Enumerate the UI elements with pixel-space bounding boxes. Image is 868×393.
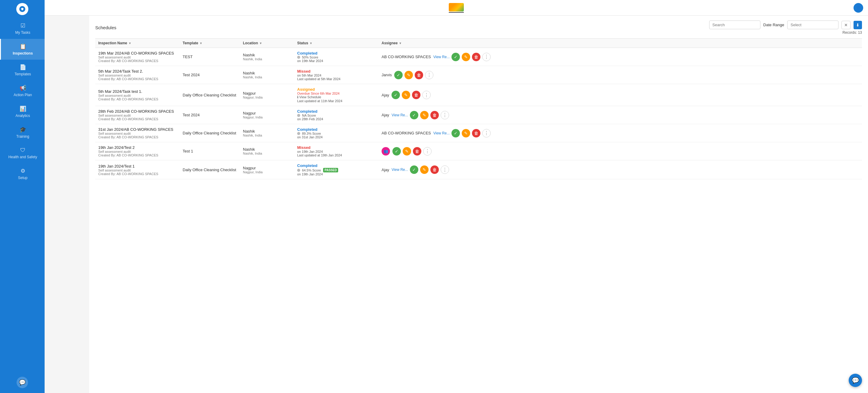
clear-button[interactable]: ✕ <box>841 21 850 29</box>
more-options-button[interactable]: ⋮ <box>441 111 449 119</box>
sidebar: ☑ My Tasks 📋 Inspections 📄 Templates 📢 A… <box>0 0 44 393</box>
edit-button[interactable]: ✎ <box>404 71 413 79</box>
delete-button[interactable]: 🗑 <box>430 165 439 174</box>
cell-actions: View Re... ✓ ✎ 🗑 ⋮ <box>433 53 491 61</box>
more-options-button[interactable]: ⋮ <box>441 165 449 174</box>
status-date: on 5th Mar 2024 <box>297 73 381 77</box>
status-score: 50% Score <box>297 56 381 59</box>
page-title: Schedules <box>95 25 116 30</box>
sidebar-item-health-safety[interactable]: 🛡 Health and Safety <box>0 143 44 163</box>
table-row: 31st Jan 2024/AB CO-WORKING SPACES Self … <box>95 124 862 142</box>
assign-button[interactable]: ✓ <box>410 111 418 119</box>
delete-button[interactable]: 🗑 <box>472 129 480 138</box>
delete-button[interactable]: 🗑 <box>472 53 480 61</box>
sidebar-item-setup[interactable]: ⚙ Setup <box>0 163 44 184</box>
cell-assignee: 👥 ✓ ✎ 🗑 ⋮ <box>381 147 859 155</box>
th-status[interactable]: Status ▼ <box>297 41 381 45</box>
more-options-button[interactable]: ⋮ <box>423 147 432 155</box>
cell-template: TEST <box>183 55 243 59</box>
table-row: 19th Jan 2024/Test 2 Self assessment aud… <box>95 142 862 160</box>
delete-button[interactable]: 🗑 <box>412 91 421 99</box>
cell-inspection-name: 19th Jan 2024/Test 2 Self assessment aud… <box>98 145 183 157</box>
sidebar-item-templates[interactable]: 📄 Templates <box>0 60 44 81</box>
view-report-link[interactable]: View Re... <box>392 113 408 117</box>
cell-template: Daily Office Cleaning Checklist <box>183 168 243 172</box>
chat-button[interactable]: 💬 <box>17 377 28 388</box>
status-date: on 28th Feb 2024 <box>297 117 381 121</box>
inspection-created-by: Created By: AB CO-WORKING SPACES <box>98 135 183 139</box>
edit-button[interactable]: ✎ <box>420 111 429 119</box>
th-template[interactable]: Template ▼ <box>183 41 243 45</box>
cell-template: Test 2024 <box>183 72 243 77</box>
inspection-main-name: 19th Jan 2024/Test 2 <box>98 145 183 150</box>
assign-button[interactable]: ✓ <box>410 165 418 174</box>
sidebar-item-analytics[interactable]: 📊 Analytics <box>0 101 44 122</box>
edit-button[interactable]: ✎ <box>420 165 429 174</box>
view-schedule-link[interactable]: ℹ View Schedule <box>297 95 381 99</box>
cell-inspection-name: 19th Jan 2024/Test 1 Self assessment aud… <box>98 164 183 176</box>
cell-status: Missedon 5th Mar 2024Last updated at 5th… <box>297 69 381 81</box>
inspection-created-by: Created By: AB CO-WORKING SPACES <box>98 77 183 81</box>
cell-actions: ✓ ✎ 🗑 ⋮ <box>393 147 432 155</box>
edit-button[interactable]: ✎ <box>462 129 470 138</box>
download-button[interactable]: ⬇ <box>854 21 862 29</box>
topbar: 👤 <box>44 0 868 16</box>
status-updated: Last updated at 11th Mar 2024 <box>297 99 381 103</box>
cell-assignee: Ajay View Re... ✓ ✎ 🗑 ⋮ <box>381 165 859 174</box>
delete-button[interactable]: 🗑 <box>430 111 439 119</box>
assign-button[interactable]: ✓ <box>392 91 400 99</box>
table-row: 5th Mar 2024/Task test 1. Self assessmen… <box>95 84 862 106</box>
edit-button[interactable]: ✎ <box>462 53 470 61</box>
assign-button[interactable]: ✓ <box>452 53 460 61</box>
view-report-link[interactable]: View Re... <box>433 131 450 135</box>
assignee-name: Ajay <box>381 93 389 97</box>
delete-button[interactable]: 🗑 <box>413 147 421 155</box>
th-location[interactable]: Location ▼ <box>243 41 297 45</box>
inspection-created-by: Created By: AB CO-WORKING SPACES <box>98 59 183 63</box>
controls-right: Date Range ✕ ⬇ <box>709 21 862 29</box>
cell-location: Nashik Nashik, India <box>243 71 297 79</box>
sidebar-item-inspections[interactable]: 📋 Inspections <box>0 39 44 60</box>
cell-template: Daily Office Cleaning Checklist <box>183 131 243 135</box>
more-options-button[interactable]: ⋮ <box>425 71 433 79</box>
assign-button[interactable]: ✓ <box>452 129 460 138</box>
sort-arrow-status: ▼ <box>310 41 313 45</box>
status-overdue: Overdue Since 6th Mar 2024 <box>297 92 381 95</box>
status-score: NA Score <box>297 114 381 117</box>
assign-button[interactable]: ✓ <box>393 147 401 155</box>
th-inspection-name[interactable]: Inspection Name ▼ <box>98 41 183 45</box>
table-row: 19th Mar 2024/AB CO-WORKING SPACES Self … <box>95 48 862 66</box>
sidebar-item-action-plan[interactable]: 📢 Action Plan <box>0 81 44 101</box>
assign-button[interactable]: ✓ <box>394 71 403 79</box>
table-row: 19th Jan 2024/Test 1 Self assessment aud… <box>95 160 862 179</box>
sidebar-item-training[interactable]: 🎓 Training <box>0 122 44 143</box>
chat-fab-button[interactable]: 💬 <box>849 374 862 387</box>
edit-button[interactable]: ✎ <box>402 91 410 99</box>
inspection-created-by: Created By: AB CO-WORKING SPACES <box>98 153 183 157</box>
date-range-label: Date Range <box>764 23 784 27</box>
cell-assignee: Jarvis ✓ ✎ 🗑 ⋮ <box>381 71 859 79</box>
user-avatar[interactable]: 👤 <box>854 3 863 13</box>
edit-button[interactable]: ✎ <box>403 147 411 155</box>
more-options-button[interactable]: ⋮ <box>422 91 431 99</box>
search-input[interactable] <box>709 21 761 29</box>
main-content: Schedules Date Range ✕ ⬇ Records: 13 Ins… <box>89 16 868 393</box>
top-controls: Schedules Date Range ✕ ⬇ Records: 13 <box>95 21 862 35</box>
cell-status: Missedon 19th Jan 2024Last updated at 19… <box>297 145 381 157</box>
delete-button[interactable]: 🗑 <box>415 71 423 79</box>
svg-point-1 <box>22 8 23 10</box>
view-report-link[interactable]: View Re... <box>392 168 408 172</box>
view-report-link[interactable]: View Re... <box>433 55 450 59</box>
th-assignee[interactable]: Assignee ▼ <box>381 41 859 45</box>
action-plan-icon: 📢 <box>20 85 26 91</box>
more-options-button[interactable]: ⋮ <box>482 53 491 61</box>
more-options-button[interactable]: ⋮ <box>482 129 491 138</box>
sort-arrow-name: ▼ <box>128 41 131 45</box>
inspection-type: Self assessment audit <box>98 56 183 59</box>
location-main: Nashik <box>243 53 297 57</box>
date-select-input[interactable] <box>787 21 838 29</box>
cell-assignee: Ajay View Re... ✓ ✎ 🗑 ⋮ <box>381 111 859 119</box>
table-row: 5th Mar 2024/Task Test 2. Self assessmen… <box>95 66 862 84</box>
sidebar-item-my-tasks[interactable]: ☑ My Tasks <box>0 18 44 39</box>
cell-actions: View Re... ✓ ✎ 🗑 ⋮ <box>392 165 449 174</box>
